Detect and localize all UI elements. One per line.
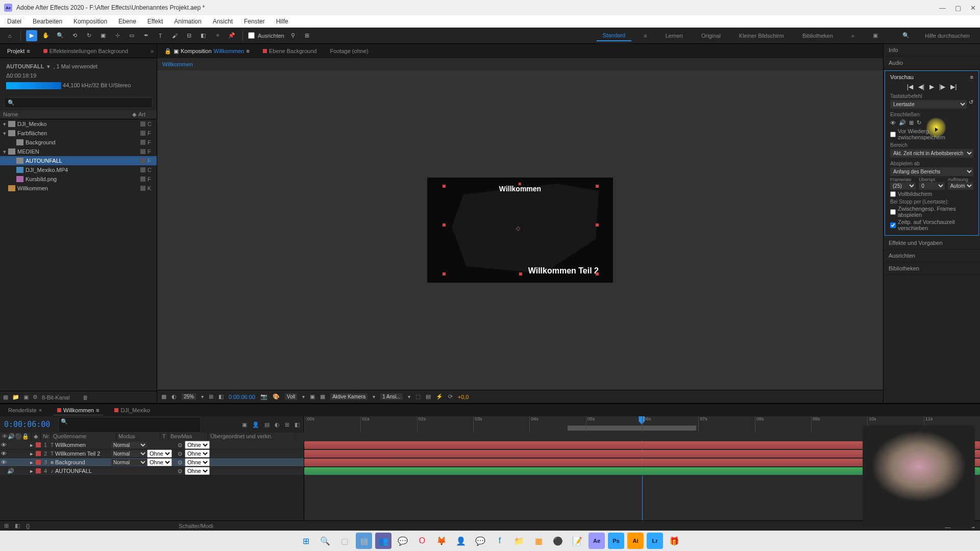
resolution-dd[interactable]: Voll bbox=[285, 393, 297, 400]
anchor-tool[interactable]: ⊹ bbox=[112, 30, 123, 41]
menu-animation[interactable]: Animation bbox=[169, 17, 206, 26]
app-icon-1[interactable]: 👤 bbox=[453, 533, 469, 549]
project-item[interactable]: ▾FarbflächenF bbox=[0, 129, 157, 138]
tab-willkommen-timeline[interactable]: Willkommen ≡ bbox=[53, 406, 103, 415]
menu-hilfe[interactable]: Hilfe bbox=[271, 17, 293, 26]
new-folder-icon[interactable]: 📁 bbox=[12, 394, 19, 400]
fast-icon[interactable]: ⚡ bbox=[436, 393, 443, 400]
menu-ansicht[interactable]: Ansicht bbox=[208, 17, 238, 26]
panel-libraries[interactable]: Bibliotheken bbox=[884, 262, 980, 275]
messenger-icon[interactable]: 💬 bbox=[472, 533, 488, 549]
timeline-timecode[interactable]: 0:00:06:00 bbox=[4, 420, 50, 429]
magnification[interactable]: 25% bbox=[182, 393, 196, 400]
switch-mode-toggle[interactable]: Schalter/Modi bbox=[179, 523, 213, 529]
graph-icon[interactable]: ⊞ bbox=[285, 421, 289, 428]
opera-icon[interactable]: O bbox=[414, 533, 430, 549]
camera-tool[interactable]: ▣ bbox=[97, 30, 109, 41]
tab-renderliste[interactable]: Renderliste × bbox=[4, 406, 46, 415]
comp-mini-icon[interactable]: ▣ bbox=[242, 421, 247, 428]
facebook-icon[interactable]: f bbox=[492, 533, 508, 549]
selection-handle[interactable] bbox=[443, 272, 446, 276]
include-audio-icon[interactable]: 🔊 bbox=[899, 119, 906, 126]
taskview-icon[interactable]: ▢ bbox=[336, 533, 353, 549]
project-search[interactable]: 🔍 bbox=[4, 97, 153, 108]
composition-viewer[interactable]: Willkommen Willkommen Teil 2 bbox=[157, 70, 883, 390]
bpc-label[interactable]: 8-Bit-Kanal bbox=[42, 394, 69, 400]
col-art[interactable]: Art bbox=[138, 111, 154, 118]
snap-checkbox[interactable] bbox=[248, 32, 255, 39]
timeline-search-input[interactable] bbox=[61, 425, 199, 431]
project-item[interactable]: DJI_Mexiko.MP4C bbox=[0, 165, 157, 174]
col-label-icon[interactable]: ◆ bbox=[132, 111, 138, 118]
tab-effekteinstellungen[interactable]: Effekteinstellungen Background bbox=[39, 46, 133, 56]
tab-dji-mexiko[interactable]: DJI_Mexiko bbox=[110, 406, 154, 415]
mask-icon[interactable]: ◧ bbox=[218, 393, 224, 400]
home-tool[interactable]: ⌂ bbox=[4, 30, 15, 41]
project-item[interactable]: Kursbild.pngF bbox=[0, 174, 157, 184]
menu-effekt[interactable]: Effekt bbox=[142, 17, 168, 26]
settings-icon[interactable]: ⚙ bbox=[33, 394, 38, 400]
views-dd[interactable]: 1 Ansi... bbox=[380, 393, 403, 400]
app-icon-3[interactable]: 🎁 bbox=[666, 533, 682, 549]
brainstorm-icon[interactable]: ◧ bbox=[295, 421, 300, 428]
viewer-timecode[interactable]: 0:00:06:00 bbox=[229, 394, 255, 400]
menu-fenster[interactable]: Fenster bbox=[239, 17, 270, 26]
roto-tool[interactable]: ✧ bbox=[212, 30, 223, 41]
selection-handle[interactable] bbox=[443, 223, 446, 227]
workspace-standard[interactable]: Standard bbox=[597, 30, 632, 41]
col-name[interactable]: Name bbox=[3, 111, 132, 118]
comp-tab-footage[interactable]: Footage (ohne) bbox=[326, 46, 372, 56]
workspace-overflow[interactable]: » bbox=[845, 31, 861, 41]
layer-row[interactable]: 👁▸3■BackgroundNormalOhne⊙Ohne bbox=[0, 458, 304, 467]
project-search-input[interactable] bbox=[15, 100, 149, 106]
last-frame-button[interactable]: ▶| bbox=[950, 83, 957, 90]
close-button[interactable]: ✕ bbox=[970, 4, 976, 12]
workspace-box-icon[interactable]: ▣ bbox=[867, 30, 884, 41]
flowchart-link[interactable]: Willkommen bbox=[162, 61, 193, 67]
teams-icon[interactable]: 👥 bbox=[375, 533, 391, 549]
timeline-search[interactable]: 🔍 bbox=[58, 417, 201, 433]
notepad-icon[interactable]: 📝 bbox=[569, 533, 585, 549]
render-icon[interactable]: ▤ bbox=[426, 393, 431, 400]
playfrom-dd[interactable]: Anfang des Bereichs bbox=[890, 167, 973, 176]
workspace-menu-icon[interactable]: ≡ bbox=[638, 31, 653, 41]
selection-handle[interactable] bbox=[596, 185, 599, 188]
alpha-icon[interactable]: ▦ bbox=[161, 393, 166, 400]
res-dd[interactable]: Automa... bbox=[948, 182, 973, 190]
puppet-tool[interactable]: 📌 bbox=[226, 30, 237, 41]
exposure[interactable]: +0,0 bbox=[458, 394, 469, 400]
motion-blur-icon[interactable]: ◐ bbox=[275, 421, 280, 428]
next-frame-button[interactable]: |▶ bbox=[939, 83, 945, 90]
start-button[interactable]: ⊞ bbox=[298, 533, 314, 549]
cached-frames-checkbox[interactable] bbox=[890, 209, 896, 215]
project-item[interactable]: ▾MEDIENF bbox=[0, 147, 157, 156]
menu-bearbeiten[interactable]: Bearbeiten bbox=[28, 17, 67, 26]
snap-options[interactable]: ⚲ bbox=[287, 30, 299, 41]
whatsapp-icon[interactable]: 💬 bbox=[395, 533, 411, 549]
stamp-tool[interactable]: ⊟ bbox=[183, 30, 194, 41]
skip-dd[interactable]: 0 bbox=[919, 182, 944, 190]
cache-checkbox[interactable] bbox=[890, 132, 896, 137]
camera-dd[interactable]: Aktive Kamera bbox=[330, 393, 368, 400]
selection-handle[interactable] bbox=[596, 272, 599, 276]
shortcut-dd[interactable]: Leertaste bbox=[890, 100, 967, 109]
project-tree[interactable]: ▾DJI_MexikoC▾FarbflächenFBackgroundF▾MED… bbox=[0, 119, 157, 391]
panel-align[interactable]: Ausrichten bbox=[884, 249, 980, 262]
workspace-bibliotheken[interactable]: Bibliotheken bbox=[796, 31, 839, 41]
panel-audio[interactable]: Audio bbox=[884, 57, 980, 69]
menu-ebene[interactable]: Ebene bbox=[113, 17, 141, 26]
lightroom-icon[interactable]: Lr bbox=[647, 533, 663, 549]
project-item[interactable]: BackgroundF bbox=[0, 138, 157, 147]
obs-icon[interactable]: ⚫ bbox=[550, 533, 566, 549]
app-icon-2[interactable]: ▦ bbox=[530, 533, 547, 549]
toggle-icon-1[interactable]: ⊞ bbox=[4, 522, 9, 529]
shy-icon[interactable]: 👤 bbox=[252, 421, 259, 428]
project-item[interactable]: ▾DJI_MexikoC bbox=[0, 119, 157, 129]
project-item[interactable]: WillkommenK bbox=[0, 184, 157, 193]
grid-icon[interactable]: ⊞ bbox=[209, 393, 213, 400]
folder-icon[interactable]: 📁 bbox=[511, 533, 527, 549]
snap-grid[interactable]: ⊞ bbox=[302, 30, 313, 41]
text-tool[interactable]: T bbox=[155, 30, 166, 41]
rotate-tool[interactable]: ↻ bbox=[83, 30, 94, 41]
selection-handle[interactable] bbox=[519, 272, 522, 276]
